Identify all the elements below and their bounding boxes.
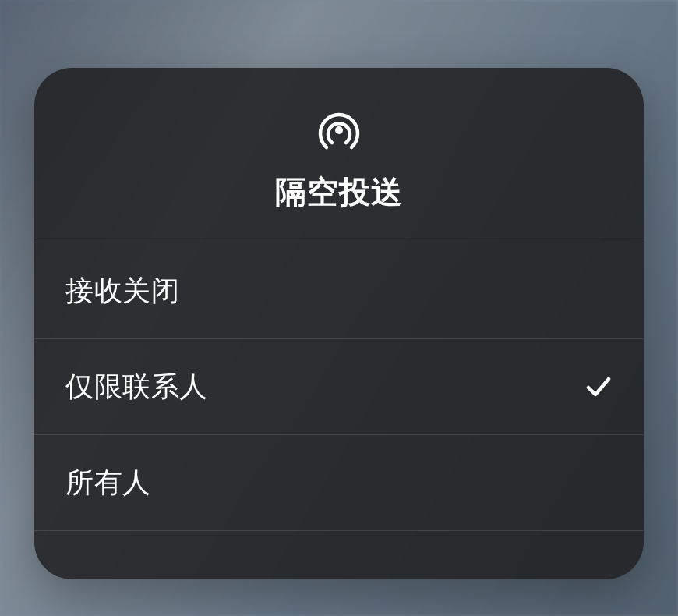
panel-title: 隔空投送 bbox=[275, 171, 403, 214]
checkmark-icon bbox=[584, 373, 613, 401]
option-label: 所有人 bbox=[65, 464, 151, 502]
option-everyone[interactable]: 所有人 bbox=[34, 435, 644, 531]
option-label: 接收关闭 bbox=[65, 272, 179, 310]
option-contacts-only[interactable]: 仅限联系人 bbox=[34, 339, 644, 435]
option-receiving-off[interactable]: 接收关闭 bbox=[34, 243, 644, 339]
airdrop-icon bbox=[314, 105, 364, 155]
svg-point-0 bbox=[335, 126, 343, 134]
airdrop-icon-svg bbox=[314, 105, 364, 155]
panel-header: 隔空投送 bbox=[34, 68, 644, 243]
option-label: 仅限联系人 bbox=[65, 368, 208, 406]
options-list: 接收关闭 仅限联系人 所有人 bbox=[34, 243, 644, 531]
airdrop-settings-panel: 隔空投送 接收关闭 仅限联系人 所有人 bbox=[34, 68, 644, 579]
